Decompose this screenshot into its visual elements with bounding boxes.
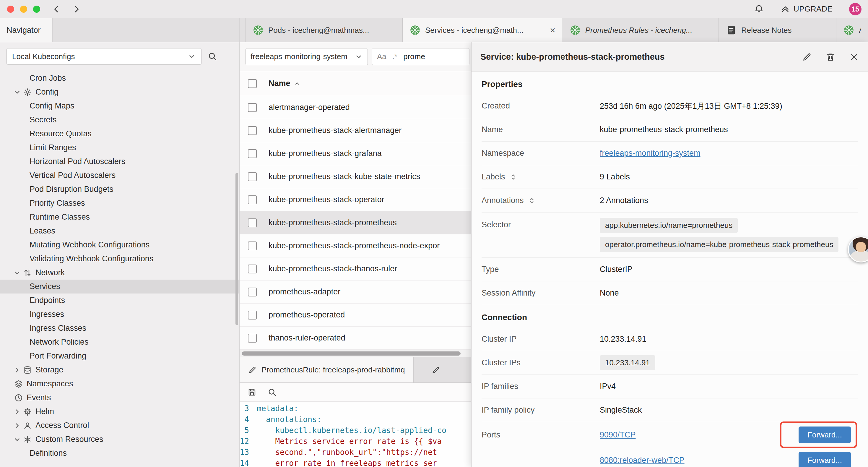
select-all-checkbox[interactable] — [248, 79, 257, 88]
chevron-right-icon[interactable] — [13, 366, 21, 374]
row-checkbox[interactable] — [248, 265, 257, 273]
sidebar-item-label: Namespaces — [27, 379, 73, 388]
zoom-window-button[interactable] — [33, 6, 40, 13]
chevron-down-icon[interactable] — [13, 435, 21, 444]
close-icon[interactable] — [849, 52, 859, 62]
table-search-input[interactable]: Aa .* prome — [372, 48, 469, 65]
regex-toggle[interactable]: .* — [392, 52, 397, 61]
detail-row-name: Namekube-prometheus-stack-prometheus — [482, 118, 858, 142]
notifications-bell-icon[interactable] — [754, 4, 764, 14]
upgrade-button[interactable]: UPGRADE — [780, 4, 833, 14]
chevron-right-icon[interactable] — [13, 408, 21, 416]
detail-row-session-affinity: Session AffinityNone — [482, 282, 858, 305]
chevron-down-icon[interactable] — [13, 88, 21, 96]
row-checkbox[interactable] — [248, 195, 257, 204]
sidebar-item-cron-jobs[interactable]: Cron Jobs — [0, 71, 239, 85]
tab-prometheus-rules-icecheng[interactable]: Prometheus Rules - icecheng... — [563, 18, 719, 42]
tab-services-icecheng-math[interactable]: Services - icecheng@math...× — [403, 18, 563, 42]
sidebar-item-limit-ranges[interactable]: Limit Ranges — [0, 141, 239, 154]
row-checkbox[interactable] — [248, 149, 257, 158]
sidebar-item-namespaces[interactable]: Namespaces — [0, 377, 239, 391]
row-checkbox[interactable] — [248, 126, 257, 135]
editor-tab[interactable]: PrometheusRule: freeleaps-prod-rabbitmq — [240, 357, 414, 382]
sidebar-scrollbar[interactable] — [236, 173, 238, 325]
row-checkbox[interactable] — [248, 103, 257, 112]
sidebar-item-horizontal-pod-autoscalers[interactable]: Horizontal Pod Autoscalers — [0, 154, 239, 169]
sidebar-item-leases[interactable]: Leases — [0, 224, 239, 238]
sidebar-item-definitions[interactable]: Definitions — [0, 446, 239, 460]
row-checkbox[interactable] — [248, 241, 257, 250]
sidebar-item-port-forwarding[interactable]: Port Forwarding — [0, 349, 239, 363]
match-case-toggle[interactable]: Aa — [377, 52, 386, 61]
tab-close-icon[interactable]: × — [547, 25, 555, 35]
expander-icon[interactable] — [527, 196, 536, 205]
namespace-selector[interactable]: freeleaps-monitoring-system — [246, 48, 368, 65]
back-button[interactable] — [52, 4, 61, 14]
minimize-window-button[interactable] — [20, 6, 27, 13]
expander-icon[interactable] — [509, 173, 518, 181]
chevron-down-icon[interactable] — [13, 269, 21, 277]
sidebar-item-storage[interactable]: Storage — [0, 363, 239, 377]
row-checkbox[interactable] — [248, 288, 257, 296]
sidebar-item-ingress-classes[interactable]: Ingress Classes — [0, 321, 239, 335]
sidebar-item-events[interactable]: Events — [0, 391, 239, 405]
sidebar-item-secrets[interactable]: Secrets — [0, 113, 239, 127]
sidebar-item-priority-classes[interactable]: Priority Classes — [0, 196, 239, 210]
forward-button[interactable]: Forward... — [799, 427, 851, 443]
kubernetes-icon — [410, 25, 421, 35]
sidebar-item-network-policies[interactable]: Network Policies — [0, 335, 239, 349]
sidebar-item-runtime-classes[interactable]: Runtime Classes — [0, 210, 239, 224]
edit-icon[interactable] — [802, 52, 812, 62]
detail-label: IP families — [482, 382, 518, 391]
tab-argo-se[interactable]: Argo Se — [836, 18, 868, 42]
row-name: kube-prometheus-stack-thanos-ruler — [269, 264, 397, 273]
sidebar-item-ingresses[interactable]: Ingresses — [0, 308, 239, 321]
row-checkbox[interactable] — [248, 218, 257, 227]
sidebar-item-services[interactable]: Services — [0, 280, 239, 293]
kubernetes-icon — [843, 25, 854, 35]
sidebar-search-icon[interactable] — [208, 52, 217, 61]
pencil-icon — [248, 366, 257, 375]
sidebar-item-validating-webhook-configurations[interactable]: Validating Webhook Configurations — [0, 252, 239, 266]
row-checkbox[interactable] — [248, 334, 257, 343]
name-column-header[interactable]: Name — [269, 79, 301, 88]
detail-label: Selector — [482, 220, 511, 229]
notes-icon — [726, 25, 737, 35]
sidebar-item-resource-quotas[interactable]: Resource Quotas — [0, 127, 239, 141]
sidebar-item-endpoints[interactable]: Endpoints — [0, 293, 239, 308]
chevron-right-icon[interactable] — [13, 421, 21, 430]
tab-navigator[interactable]: Navigator — [0, 18, 53, 42]
sidebar-item-access-control[interactable]: Access Control — [0, 418, 239, 432]
sidebar-item-custom-resources[interactable]: Custom Resources — [0, 432, 239, 446]
port-link[interactable]: 9090/TCP — [600, 430, 636, 439]
detail-link[interactable]: freeleaps-monitoring-system — [600, 149, 701, 158]
line-text: annotations: — [257, 415, 321, 424]
sidebar-item-pod-disruption-budgets[interactable]: Pod Disruption Budgets — [0, 182, 239, 196]
horizontal-scrollbar-thumb[interactable] — [242, 351, 461, 356]
tab-release-notes[interactable]: Release Notes — [719, 18, 836, 42]
row-checkbox[interactable] — [248, 311, 257, 320]
sidebar-item-helm[interactable]: Helm — [0, 405, 239, 418]
notification-count-badge[interactable]: 15 — [849, 3, 862, 16]
sidebar-item-mutating-webhook-configurations[interactable]: Mutating Webhook Configurations — [0, 238, 239, 252]
row-checkbox[interactable] — [248, 172, 257, 181]
close-window-button[interactable] — [7, 6, 14, 13]
kubeconfig-selector[interactable]: Local Kubeconfigs — [6, 48, 202, 65]
sidebar-item-label: Runtime Classes — [30, 212, 90, 222]
save-icon[interactable] — [247, 387, 257, 397]
forward-button[interactable] — [71, 4, 82, 14]
tab-strip: Pods - icecheng@mathmas...Services - ice… — [240, 18, 868, 42]
sidebar-item-network[interactable]: Network — [0, 266, 239, 280]
detail-row-type: TypeClusterIP — [482, 258, 858, 282]
kubernetes-icon — [570, 25, 581, 35]
tab-pods-icecheng-mathmas[interactable]: Pods - icecheng@mathmas... — [246, 18, 403, 42]
sidebar-item-config[interactable]: Config — [0, 85, 239, 99]
editor-search-icon[interactable] — [267, 387, 277, 397]
port-link[interactable]: 8080:reloader-web/TCP — [600, 456, 685, 465]
sidebar-item-config-maps[interactable]: Config Maps — [0, 99, 239, 113]
sidebar-item-vertical-pod-autoscalers[interactable]: Vertical Pod Autoscalers — [0, 169, 239, 182]
back-arrow-icon — [52, 4, 61, 14]
drawer-header: Service: kube-prometheus-stack-prometheu… — [471, 42, 868, 72]
forward-button[interactable]: Forward... — [799, 452, 851, 467]
delete-icon[interactable] — [826, 52, 836, 62]
